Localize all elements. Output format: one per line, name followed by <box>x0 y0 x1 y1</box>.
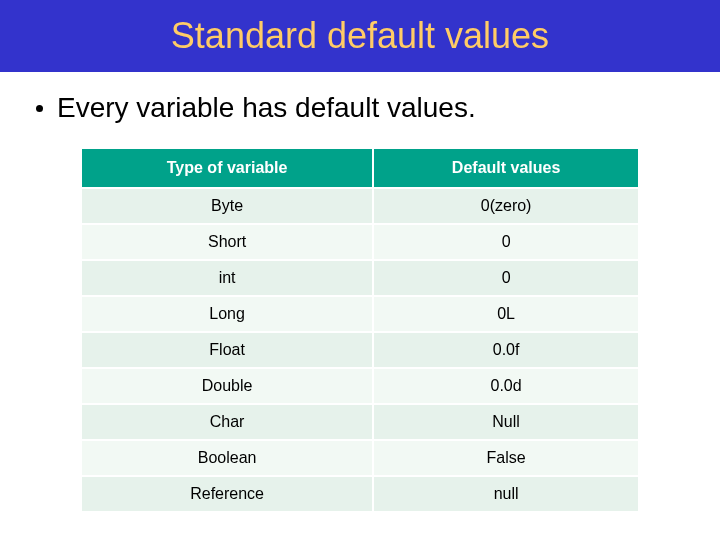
table-row: BooleanFalse <box>81 440 639 476</box>
table-row: CharNull <box>81 404 639 440</box>
bullet-text: Every variable has default values. <box>57 90 476 125</box>
cell-type: Double <box>81 368 373 404</box>
cell-value: 0L <box>373 296 639 332</box>
cell-type: Boolean <box>81 440 373 476</box>
cell-value: 0 <box>373 260 639 296</box>
cell-type: Short <box>81 224 373 260</box>
cell-value: 0 <box>373 224 639 260</box>
cell-type: Long <box>81 296 373 332</box>
table-row: int0 <box>81 260 639 296</box>
cell-type: Char <box>81 404 373 440</box>
bullet-dot-icon <box>36 105 43 112</box>
cell-value: null <box>373 476 639 512</box>
table-row: Double0.0d <box>81 368 639 404</box>
cell-type: Byte <box>81 188 373 224</box>
table-row: Referencenull <box>81 476 639 512</box>
bullet-line: Every variable has default values. <box>36 90 690 125</box>
cell-value: 0.0f <box>373 332 639 368</box>
table-row: Long0L <box>81 296 639 332</box>
cell-value: 0(zero) <box>373 188 639 224</box>
table-row: Float0.0f <box>81 332 639 368</box>
table-body: Byte0(zero)Short0int0Long0LFloat0.0fDoub… <box>81 188 639 512</box>
defaults-table: Type of variable Default values Byte0(ze… <box>80 147 640 513</box>
cell-type: Reference <box>81 476 373 512</box>
cell-type: Float <box>81 332 373 368</box>
cell-value: Null <box>373 404 639 440</box>
cell-value: 0.0d <box>373 368 639 404</box>
col-header-type: Type of variable <box>81 148 373 188</box>
col-header-value: Default values <box>373 148 639 188</box>
table-header-row: Type of variable Default values <box>81 148 639 188</box>
cell-type: int <box>81 260 373 296</box>
slide-body: Every variable has default values. Type … <box>0 72 720 513</box>
slide-title: Standard default values <box>171 15 549 57</box>
table-row: Short0 <box>81 224 639 260</box>
cell-value: False <box>373 440 639 476</box>
table-row: Byte0(zero) <box>81 188 639 224</box>
slide-title-bar: Standard default values <box>0 0 720 72</box>
